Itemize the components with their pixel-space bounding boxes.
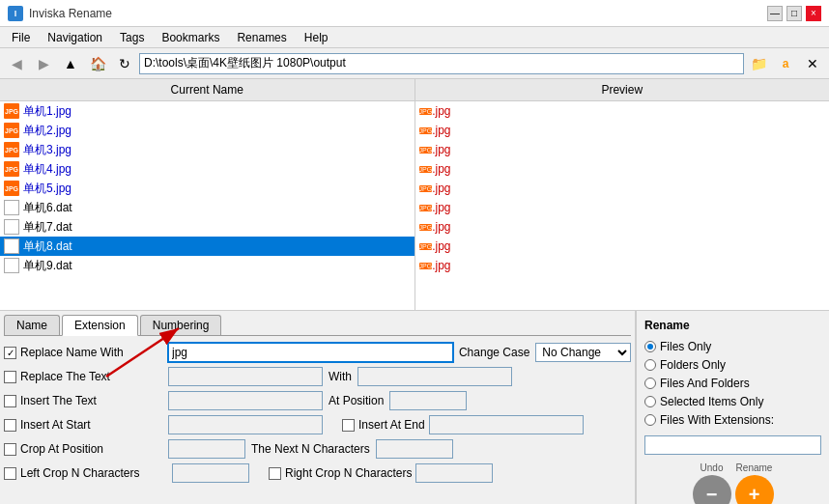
tab-extension[interactable]: Extension	[62, 315, 138, 336]
app-title: Inviska Rename	[29, 7, 112, 20]
menu-tags[interactable]: Tags	[112, 29, 152, 46]
preview-item: JPG .jpg	[415, 159, 830, 179]
file-item[interactable]: 单机6.dat	[0, 198, 414, 217]
rename-options: Name Extension Numbering Replace Name Wi…	[0, 311, 636, 504]
maximize-button[interactable]: □	[786, 6, 802, 21]
insert-end-checkbox[interactable]	[342, 419, 355, 432]
left-crop-label: Left Crop N Characters	[20, 466, 139, 480]
rename-button[interactable]: +	[735, 475, 774, 504]
change-case-select[interactable]: No Change All Upper All Lower Title Case	[535, 343, 631, 362]
forward-button[interactable]: ▶	[31, 51, 56, 76]
menu-navigation[interactable]: Navigation	[40, 29, 110, 46]
bottom-panel: Name Extension Numbering Replace Name Wi…	[0, 311, 829, 504]
file-item[interactable]: JPG 单机5.jpg	[0, 179, 414, 198]
rename-option-folders-only[interactable]: Folders Only	[644, 358, 821, 372]
file-name: 单机8.dat	[23, 238, 72, 255]
file-item[interactable]: JPG 单机4.jpg	[0, 159, 414, 179]
file-item[interactable]: JPG 单机1.jpg	[0, 101, 414, 121]
preview-name: .jpg	[432, 162, 450, 176]
preview-panel: Preview JPG .jpg JPG .jpg JPG .jpg JPG .…	[415, 79, 830, 310]
jpg-icon: JPG	[419, 147, 433, 154]
radio-folders-only[interactable]	[644, 359, 656, 371]
rename-option-files-and-folders[interactable]: Files And Folders	[644, 377, 821, 390]
replace-name-input[interactable]	[168, 343, 453, 362]
insert-start-label: Insert At Start	[20, 418, 91, 432]
insert-text-input[interactable]	[168, 391, 323, 410]
title-bar: I Inviska Rename — □ ×	[0, 0, 829, 27]
crop-position-checkbox[interactable]	[4, 443, 16, 456]
file-name: 单机5.jpg	[23, 181, 71, 197]
replace-name-checkbox[interactable]	[4, 347, 16, 359]
back-button[interactable]: ◀	[4, 51, 29, 76]
rename-option-files-only[interactable]: Files Only	[644, 340, 821, 353]
folders-only-label: Folders Only	[660, 358, 726, 372]
jpg-icon: JPG	[4, 181, 19, 196]
jpg-icon: JPG	[4, 142, 19, 157]
right-crop-input[interactable]	[415, 463, 493, 483]
file-item[interactable]: 单机9.dat	[0, 256, 414, 275]
right-crop-checkbox[interactable]	[269, 467, 281, 480]
crop-position-input[interactable]	[168, 439, 245, 459]
crop-position-label: Crop At Position	[20, 442, 103, 456]
radio-files-and-folders[interactable]	[644, 378, 656, 389]
insert-text-row: Insert The Text At Position	[4, 390, 631, 411]
tab-name[interactable]: Name	[4, 315, 60, 335]
menu-bar: File Navigation Tags Bookmarks Renames H…	[0, 27, 829, 48]
address-input[interactable]	[139, 53, 744, 74]
jpg-icon: JPG	[419, 263, 433, 269]
at-position-label: At Position	[329, 394, 384, 407]
home-button[interactable]: 🏠	[85, 51, 110, 76]
rename-option-selected-items[interactable]: Selected Items Only	[644, 395, 821, 408]
insert-text-checkbox[interactable]	[4, 395, 16, 407]
jpg-icon: JPG	[419, 166, 433, 173]
insert-start-checkbox[interactable]	[4, 419, 16, 432]
left-crop-input[interactable]	[172, 463, 249, 483]
menu-help[interactable]: Help	[297, 29, 336, 46]
next-n-chars-label: The Next N Characters	[251, 442, 370, 456]
replace-text-input[interactable]	[168, 367, 323, 386]
file-item[interactable]: JPG 单机2.jpg	[0, 121, 414, 140]
minimize-button[interactable]: —	[767, 6, 783, 21]
undo-button[interactable]: −	[693, 475, 731, 504]
insert-start-input[interactable]	[168, 415, 323, 434]
preview-header: Preview	[415, 79, 830, 101]
file-name: 单机1.jpg	[23, 103, 71, 120]
replace-text-checkbox[interactable]	[4, 371, 16, 383]
settings-button[interactable]: ✕	[800, 51, 825, 76]
close-button[interactable]: ×	[806, 6, 821, 21]
jpg-icon: JPG	[4, 123, 19, 138]
rename-option-with-extensions[interactable]: Files With Extensions:	[644, 413, 821, 427]
change-case-label: Change Case	[459, 346, 529, 359]
replace-with-input[interactable]	[357, 367, 512, 386]
preview-item: JPG .jpg	[415, 121, 830, 140]
dat-icon	[4, 200, 19, 215]
amazon-button[interactable]: a	[773, 51, 798, 76]
at-position-input[interactable]	[389, 391, 467, 410]
radio-files-only[interactable]	[644, 341, 656, 352]
menu-bookmarks[interactable]: Bookmarks	[154, 29, 227, 46]
file-list[interactable]: JPG 单机1.jpg JPG 单机2.jpg JPG 单机3.jpg JPG …	[0, 101, 414, 310]
insert-start-row: Insert At Start Insert At End	[4, 414, 631, 435]
extension-filter-input[interactable]	[644, 435, 821, 455]
file-item[interactable]: 单机7.dat	[0, 217, 414, 237]
menu-file[interactable]: File	[4, 29, 38, 46]
left-crop-checkbox[interactable]	[4, 467, 16, 480]
right-crop-label: Right Crop N Characters	[285, 466, 412, 480]
radio-selected-items[interactable]	[644, 396, 656, 407]
files-and-folders-label: Files And Folders	[660, 377, 750, 390]
next-n-chars-input[interactable]	[376, 439, 453, 459]
file-item[interactable]: JPG 单机3.jpg	[0, 140, 414, 159]
tab-numbering[interactable]: Numbering	[140, 315, 222, 335]
folder-icon-button[interactable]: 📁	[746, 51, 771, 76]
preview-item: JPG .jpg	[415, 179, 830, 198]
menu-renames[interactable]: Renames	[229, 29, 294, 46]
up-button[interactable]: ▲	[58, 51, 83, 76]
refresh-button[interactable]: ↻	[112, 51, 137, 76]
dat-icon	[4, 219, 19, 235]
jpg-icon: JPG	[4, 161, 19, 177]
file-item-selected[interactable]: 单机8.dat	[0, 237, 414, 256]
preview-name: .jpg	[432, 104, 450, 118]
preview-name: .jpg	[432, 182, 450, 195]
radio-with-extensions[interactable]	[644, 414, 656, 426]
insert-end-input[interactable]	[429, 415, 584, 434]
